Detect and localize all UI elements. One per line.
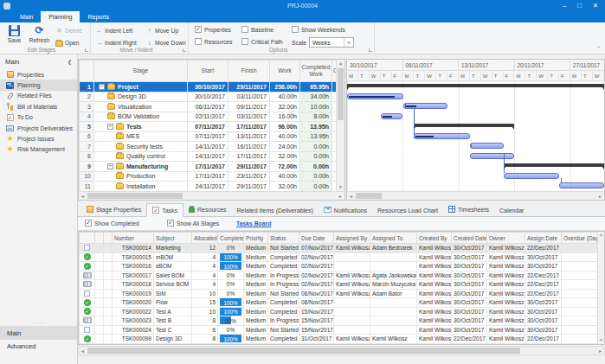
task-horizontal-scrollbar[interactable]: ◄ ►	[78, 346, 605, 355]
stage-row[interactable]: 7Security tests14/11/201716/11/201724.00…	[80, 142, 338, 152]
delete-button[interactable]: ✕Delete	[55, 25, 82, 35]
task-column-header[interactable]: Assigned By	[334, 233, 370, 244]
task-row[interactable]: TSK000023Test B850%MediumIn Progress15/N…	[80, 316, 600, 326]
scroll-right-icon[interactable]: ►	[337, 192, 344, 200]
gantt-task-bar[interactable]	[381, 113, 403, 119]
sidebar-item-risk-management[interactable]: ★Risk Management	[0, 144, 77, 155]
gantt-task-bar[interactable]	[504, 173, 560, 179]
scroll-up-icon[interactable]: ▲	[598, 232, 604, 239]
gantt-task-bar[interactable]	[403, 103, 448, 109]
sidebar-section-main[interactable]: Main	[0, 326, 77, 339]
tab-related-items-deliverables-[interactable]: Related Items (Deliverables)	[232, 205, 319, 216]
task-column-header[interactable]: Overdue (Days)	[562, 233, 600, 244]
stage-row[interactable]: 6MES07/11/201713/11/201740.00h13.95h	[80, 131, 338, 142]
stage-column-header[interactable]: Finish	[228, 61, 270, 82]
stage-row[interactable]: 5−Tests07/11/201717/11/201796.00h13.95h	[80, 122, 338, 132]
option-checkbox-baseline[interactable]: Baseline	[241, 26, 274, 33]
stage-row[interactable]: 3Visualization06/11/201709/11/201732.00h…	[80, 102, 338, 112]
task-column-header[interactable]: Complete	[218, 233, 244, 244]
stage-row[interactable]: 2Design 3D30/10/201703/11/201740.00h34.0…	[80, 92, 338, 102]
task-column-header[interactable]: Created By	[417, 233, 452, 244]
task-row[interactable]: TSK000019SIM100%MediumNot Started08/Nov/…	[80, 289, 600, 298]
gantt-summary-bar[interactable]	[347, 84, 604, 87]
stage-column-header[interactable]: Work	[270, 61, 300, 82]
scroll-left-icon[interactable]: ◄	[79, 192, 87, 200]
not-started-checkbox[interactable]	[84, 327, 90, 333]
tab-timesheets[interactable]: Timesheets	[443, 203, 494, 216]
task-column-header[interactable]: Created Date	[452, 233, 487, 244]
sidebar-item-to-do[interactable]: ✓To Do	[0, 112, 77, 123]
task-column-header[interactable]: Assign Date	[525, 233, 562, 244]
gantt-horizontal-scrollbar[interactable]: ◄ ►	[347, 191, 604, 200]
gantt-summary-bar[interactable]	[504, 163, 604, 167]
maximize-button[interactable]: □	[577, 2, 582, 10]
sidebar-splitter[interactable]: ……	[0, 319, 77, 324]
sidebar-item-project-issues[interactable]: ★Project Issues	[0, 133, 77, 144]
sidebar-collapse-icon[interactable]: ❮	[68, 59, 72, 65]
task-column-header[interactable]: Subject	[154, 233, 192, 244]
sidebar-item-related-files[interactable]: Related Files	[0, 91, 77, 101]
task-row[interactable]: TSK000017Sales BOM40%MediumIn Progress02…	[80, 271, 600, 280]
gantt-task-bar[interactable]	[347, 93, 403, 99]
option-checkbox-resources[interactable]: Resources	[195, 38, 233, 45]
stage-row[interactable]: 9−Manufacturing17/11/201729/11/201772.00…	[80, 162, 338, 172]
scroll-down-icon[interactable]: ▼	[337, 183, 344, 191]
sidebar-section-advanced[interactable]: Advanced	[0, 339, 77, 352]
scroll-left-icon[interactable]: ◄	[79, 347, 87, 354]
gantt-task-bar[interactable]	[470, 153, 515, 159]
scroll-down-icon[interactable]: ▼	[598, 337, 604, 344]
tab-calendar[interactable]: Calendar	[494, 205, 529, 216]
sidebar-item-planning[interactable]: Planning	[0, 80, 77, 90]
ribbon-tab-main[interactable]: Main	[12, 11, 41, 22]
ribbon-tab-reports[interactable]: Reports	[80, 11, 117, 22]
scroll-right-icon[interactable]: ►	[596, 347, 604, 354]
task-column-header[interactable]: Owner	[487, 233, 525, 244]
option-checkbox-critical-path[interactable]: Critical Path	[241, 38, 283, 45]
sidebar-item-properties[interactable]: Properties	[0, 69, 77, 80]
task-column-header[interactable]: Due Date	[299, 233, 334, 244]
move-up-button[interactable]: ↑Move Up	[145, 25, 178, 35]
task-row[interactable]: TSK000024Test C60%MediumNot Started15/No…	[80, 325, 600, 335]
scroll-right-icon[interactable]: ►	[596, 192, 604, 200]
sidebar-item-bill-of-materials[interactable]: Bill of Materials	[0, 101, 77, 112]
ribbon-tab-planning[interactable]: Planning	[41, 11, 80, 22]
minimize-button[interactable]: –	[563, 2, 566, 10]
show-completed-checkbox[interactable]: ✓ Show Completed	[85, 220, 139, 227]
option-checkbox-properties[interactable]: ✓Properties	[195, 26, 231, 33]
tab-resources[interactable]: Resources	[183, 203, 231, 216]
tab-stage-properties[interactable]: Stage Properties	[81, 203, 146, 216]
stage-vertical-scrollbar[interactable]: ▲ ▼	[336, 60, 344, 191]
tab-notifications[interactable]: Notifications	[319, 204, 372, 216]
stage-column-header[interactable]: Stage	[94, 61, 188, 82]
tasks-board-link[interactable]: Tasks Board	[236, 220, 271, 227]
gantt-task-bar[interactable]	[414, 133, 470, 139]
task-row[interactable]: TSK000018Service BOM40%MediumIn Progress…	[80, 280, 600, 290]
task-column-header[interactable]: Assigned To	[370, 233, 417, 244]
stage-horizontal-scrollbar[interactable]: ◄ ►	[79, 191, 344, 200]
task-row[interactable]: ✓TSK000099Design 3D8100%MediumCompleted3…	[80, 335, 600, 344]
stage-row[interactable]: 11Installation24/11/201729/11/201732.00h…	[80, 182, 338, 192]
not-started-checkbox[interactable]	[84, 245, 90, 251]
stage-row[interactable]: 4BOM Validation02/11/201703/11/201716.00…	[80, 112, 338, 122]
not-started-checkbox[interactable]	[84, 291, 90, 297]
gantt-summary-bar[interactable]	[414, 124, 514, 127]
tab-resources-load-chart[interactable]: Resources Load Chart	[372, 205, 443, 216]
dialog-launcher-icon[interactable]	[183, 48, 186, 52]
stage-row[interactable]: ▷1−Project30/10/201729/11/2017256.00h65.…	[80, 82, 338, 93]
dialog-launcher-icon[interactable]	[85, 48, 88, 52]
scroll-up-icon[interactable]: ▲	[337, 60, 344, 67]
show-all-stages-checkbox[interactable]: ✓ Show All Stages	[167, 220, 219, 227]
close-button[interactable]: ✕	[593, 2, 598, 10]
tab-tasks[interactable]: ✓Tasks	[146, 203, 183, 217]
task-column-header[interactable]: Priority	[244, 233, 268, 244]
sidebar-item-projects-deliverables[interactable]: aaProjects Deliverables	[0, 123, 77, 133]
gantt-task-bar[interactable]	[559, 182, 604, 188]
collapse-icon[interactable]: −	[99, 84, 105, 90]
stage-column-header[interactable]: Start	[188, 61, 228, 82]
scroll-left-icon[interactable]: ◄	[347, 192, 355, 200]
task-row[interactable]: ✓TSK000020Flow15100%MediumCompleted08/No…	[80, 298, 600, 308]
option-checkbox-show-weekends[interactable]: Show Weekends	[292, 26, 345, 33]
stage-row[interactable]: 10Production17/11/201723/11/201740.00h0.…	[80, 171, 338, 182]
refresh-button[interactable]: ⟳Refresh	[28, 24, 51, 48]
task-row[interactable]: ✓TSK000015mBOM4100%MediumCompleted02/Nov…	[80, 252, 600, 262]
